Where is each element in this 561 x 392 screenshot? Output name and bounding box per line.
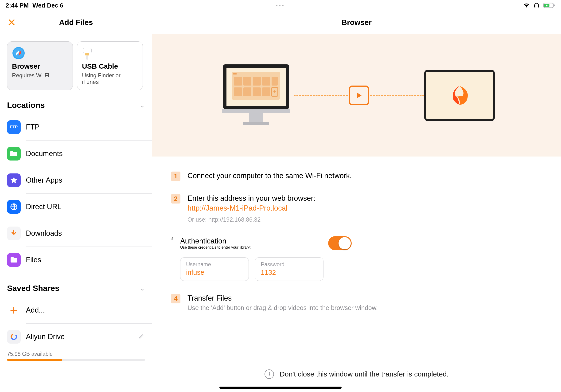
main-title: Browser <box>342 18 372 27</box>
notice-text: Don't close this window until the transf… <box>280 370 448 378</box>
star-icon <box>7 174 21 187</box>
card-usb-sub: Using Finder or iTunes <box>82 72 138 85</box>
section-saved-shares-label: Saved Shares <box>7 284 59 293</box>
ftp-icon: FTP <box>7 120 21 134</box>
section-locations-label: Locations <box>7 101 45 110</box>
row-label: FTP <box>26 123 40 131</box>
row-add-share[interactable]: Add... <box>0 297 152 323</box>
local-url-link[interactable]: http://James-M1-iPad-Pro.local <box>187 204 542 212</box>
svg-rect-16 <box>233 73 237 75</box>
folder-icon <box>7 147 21 161</box>
svg-text:+: + <box>273 89 276 95</box>
svg-rect-28 <box>222 109 290 113</box>
info-icon: i <box>265 370 274 379</box>
card-usb[interactable]: USB Cable Using Finder or iTunes <box>77 41 143 90</box>
password-field[interactable]: Password 1132 <box>255 257 324 281</box>
svg-rect-7 <box>86 55 88 60</box>
svg-rect-30 <box>243 122 269 125</box>
step-text: Connect your computer to the same Wi-Fi … <box>187 172 542 180</box>
sidebar: ✕ Add Files Browser Requires Wi-Fi USB C… <box>0 0 152 392</box>
auth-sub: Use these credentials to enter your libr… <box>180 245 251 250</box>
row-label: Files <box>26 256 41 264</box>
svg-rect-29 <box>249 113 263 122</box>
play-tile-icon <box>349 86 369 105</box>
main-pane: Browser + <box>152 0 561 392</box>
row-direct-url[interactable]: Direct URL <box>0 194 152 220</box>
row-downloads[interactable]: Downloads <box>0 220 152 247</box>
section-locations[interactable]: Locations ⌄ <box>0 90 152 114</box>
svg-rect-6 <box>85 53 89 55</box>
step-2: 2 Enter this address in your web browser… <box>171 194 542 223</box>
storage-text: 75.98 GB available <box>7 351 145 357</box>
svg-rect-5 <box>83 48 91 53</box>
step-text: Enter this address in your web browser: <box>187 194 542 203</box>
sidebar-title: Add Files <box>59 18 93 27</box>
svg-rect-20 <box>262 76 270 86</box>
svg-rect-17 <box>234 76 242 86</box>
svg-rect-18 <box>243 76 251 86</box>
storage-fill <box>7 359 62 361</box>
dash-line-icon <box>294 95 348 96</box>
svg-rect-22 <box>234 87 242 96</box>
password-label: Password <box>261 261 318 268</box>
row-label: Aliyun Drive <box>26 333 65 341</box>
globe-icon <box>7 200 21 214</box>
alt-url-text: Or use: http://192.168.86.32 <box>187 216 542 223</box>
row-files[interactable]: Files <box>0 247 152 273</box>
edit-icon[interactable] <box>138 333 145 341</box>
storage-indicator: 75.98 GB available <box>0 351 152 368</box>
row-aliyun-drive[interactable]: Aliyun Drive <box>0 324 152 350</box>
main-header: Browser <box>152 11 561 34</box>
auth-title: Authentication <box>180 237 251 245</box>
hero-illustration: + <box>152 34 561 156</box>
usb-cable-icon <box>82 46 138 60</box>
step-number: 3 <box>171 236 173 240</box>
aliyun-icon <box>7 330 21 344</box>
footer-notice: i Don't close this window until the tran… <box>152 370 561 379</box>
row-documents[interactable]: Documents <box>0 141 152 167</box>
row-label: Add... <box>26 306 45 315</box>
card-usb-title: USB Cable <box>82 62 138 70</box>
close-icon[interactable]: ✕ <box>7 16 16 29</box>
row-ftp[interactable]: FTP FTP <box>0 114 152 140</box>
step-number: 4 <box>171 294 180 303</box>
chevron-down-icon: ⌄ <box>140 101 145 109</box>
username-label: Username <box>186 261 243 268</box>
svg-rect-24 <box>253 87 261 96</box>
download-icon <box>7 227 21 240</box>
row-other-apps[interactable]: Other Apps <box>0 167 152 193</box>
step-number: 1 <box>171 172 180 181</box>
step-title: Transfer Files <box>187 294 542 303</box>
step-number: 2 <box>171 194 180 204</box>
card-browser-title: Browser <box>12 62 68 70</box>
plus-icon <box>7 303 21 317</box>
row-label: Direct URL <box>26 203 62 211</box>
username-value: infuse <box>186 269 243 276</box>
svg-rect-25 <box>262 87 270 96</box>
auth-toggle[interactable] <box>328 236 352 250</box>
safari-icon <box>12 46 68 60</box>
step-sub: Use the 'Add' button or drag & drop vide… <box>187 304 542 312</box>
username-field[interactable]: Username infuse <box>180 257 249 281</box>
svg-rect-10 <box>11 257 14 259</box>
row-label: Downloads <box>26 229 62 238</box>
steps: 1 Connect your computer to the same Wi-F… <box>152 156 561 327</box>
dash-line-icon <box>370 95 424 96</box>
row-label: Other Apps <box>26 176 62 185</box>
svg-rect-21 <box>271 76 278 86</box>
sidebar-header: ✕ Add Files <box>0 11 152 34</box>
card-browser-sub: Requires Wi-Fi <box>12 72 68 79</box>
home-indicator[interactable] <box>219 387 342 389</box>
section-saved-shares[interactable]: Saved Shares ⌄ <box>0 273 152 297</box>
tablet-icon <box>424 70 495 121</box>
row-label: Documents <box>26 150 63 158</box>
step-4: 4 Transfer Files Use the 'Add' button or… <box>171 294 542 312</box>
computer-icon: + <box>218 62 294 129</box>
card-browser[interactable]: Browser Requires Wi-Fi <box>7 41 73 90</box>
step-3: 3 Authentication Use these credentials t… <box>171 236 542 281</box>
files-icon <box>7 253 21 267</box>
chevron-down-icon: ⌄ <box>140 284 145 292</box>
password-value: 1132 <box>261 269 318 276</box>
svg-rect-23 <box>243 87 251 96</box>
step-1: 1 Connect your computer to the same Wi-F… <box>171 172 542 181</box>
